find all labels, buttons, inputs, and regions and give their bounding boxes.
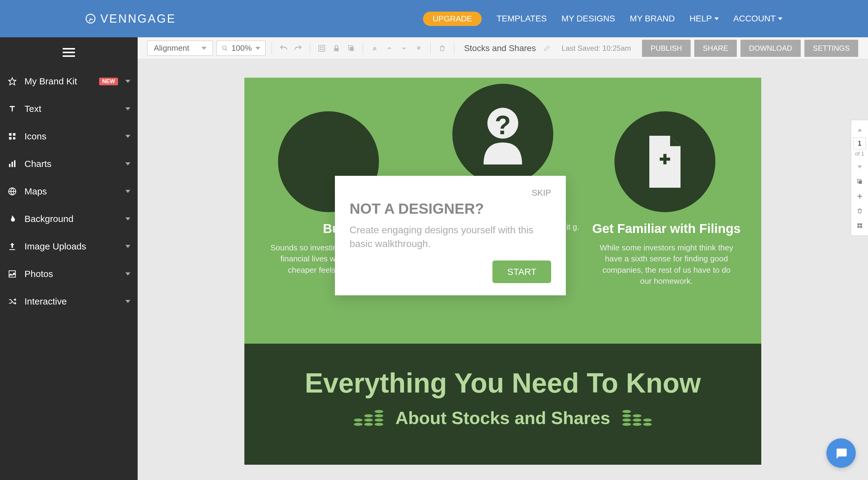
start-button[interactable]: START (492, 260, 551, 283)
chat-button[interactable] (827, 439, 856, 468)
onboarding-modal: SKIP NOT A DESIGNER? Create engaging des… (335, 176, 566, 295)
modal-title: NOT A DESIGNER? (349, 200, 551, 217)
skip-button[interactable]: SKIP (349, 188, 551, 198)
modal-text: Create engaging designs yourself with th… (349, 223, 551, 251)
modal-overlay: SKIP NOT A DESIGNER? Create engaging des… (0, 0, 868, 480)
chat-icon (834, 446, 848, 460)
